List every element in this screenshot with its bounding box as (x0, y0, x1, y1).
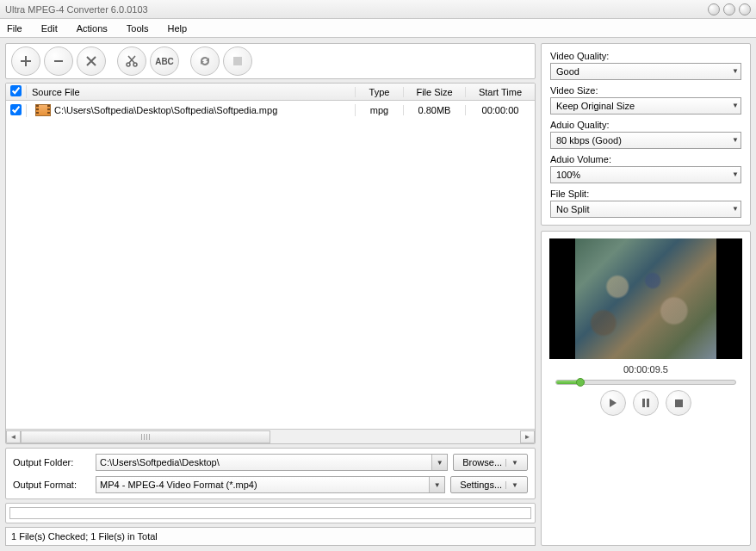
settings-button[interactable]: Settings...▼ (450, 476, 528, 493)
audio-quality-label: Aduio Quality: (550, 120, 741, 130)
row-size: 0.80MB (404, 105, 466, 115)
header-source[interactable]: Source File (27, 87, 356, 97)
plus-icon (20, 55, 32, 67)
svg-point-1 (127, 63, 130, 66)
output-format-combo[interactable]: MP4 - MPEG-4 Video Format (*.mp4) ▼ (96, 476, 445, 493)
minus-icon (53, 55, 65, 67)
menu-edit[interactable]: Edit (41, 23, 58, 34)
row-path: C:\Users\Softpedia\Desktop\Softpedia\Sof… (54, 105, 277, 115)
toolbar: ABC (5, 43, 536, 79)
menu-file[interactable]: File (7, 23, 22, 34)
chevron-down-icon[interactable]: ▼ (732, 205, 739, 213)
maximize-button[interactable] (723, 3, 735, 15)
svg-rect-0 (54, 60, 63, 62)
chevron-down-icon[interactable]: ▼ (431, 455, 447, 470)
refresh-icon (198, 54, 212, 68)
add-button[interactable] (11, 46, 40, 76)
settings-panel: Video Quality: Good▼ Video Size: Keep Or… (541, 43, 751, 226)
stop-icon (675, 399, 683, 407)
chevron-down-icon[interactable]: ▼ (732, 102, 739, 109)
video-preview[interactable] (549, 238, 742, 359)
audio-volume-label: Aduio Volume: (550, 154, 741, 164)
chevron-down-icon[interactable]: ▼ (505, 459, 518, 467)
menu-help[interactable]: Help (167, 23, 187, 34)
window-buttons (708, 3, 751, 15)
titlebar: Ultra MPEG-4 Converter 6.0.0103 (0, 0, 756, 19)
close-button[interactable] (739, 3, 751, 15)
chevron-down-icon[interactable]: ▼ (429, 477, 444, 492)
check-all[interactable] (10, 85, 22, 96)
video-size-select[interactable]: Keep Original Size▼ (550, 97, 741, 115)
scroll-right-icon[interactable]: ► (520, 430, 535, 443)
stop-icon (233, 57, 242, 65)
clear-button[interactable] (77, 46, 106, 76)
menubar: File Edit Actions Tools Help (0, 19, 756, 38)
scissors-icon (125, 54, 139, 68)
convert-button[interactable] (190, 46, 220, 76)
status-text: 1 File(s) Checked; 1 File(s) in Total (11, 531, 158, 542)
rename-button[interactable]: ABC (150, 46, 179, 76)
progress-bar (9, 507, 531, 519)
header-size[interactable]: File Size (404, 87, 466, 97)
audio-quality-select[interactable]: 80 kbps (Good)▼ (550, 132, 741, 149)
svg-point-2 (133, 63, 137, 66)
chevron-down-icon[interactable]: ▼ (732, 170, 739, 178)
window-title: Ultra MPEG-4 Converter 6.0.0103 (5, 4, 708, 15)
x-icon (86, 56, 96, 66)
play-icon (609, 399, 617, 407)
video-size-label: Video Size: (550, 85, 741, 96)
stop-preview-button[interactable] (666, 390, 691, 416)
file-split-label: File Split: (550, 189, 741, 199)
file-split-select[interactable]: No Split▼ (550, 201, 741, 218)
video-quality-label: Video Quality: (550, 51, 741, 61)
video-frame-image (575, 238, 716, 359)
seek-fill (556, 381, 578, 384)
play-button[interactable] (600, 390, 626, 416)
menu-actions[interactable]: Actions (77, 23, 108, 34)
scroll-thumb[interactable] (21, 430, 270, 443)
header-start[interactable]: Start Time (466, 87, 535, 97)
row-start: 00:00:00 (466, 105, 535, 115)
scroll-left-icon[interactable]: ◄ (6, 430, 21, 443)
h-scrollbar[interactable]: ◄ ► (6, 429, 535, 443)
film-icon (35, 104, 51, 116)
status-bar: 1 File(s) Checked; 1 File(s) in Total (5, 527, 536, 546)
svg-rect-4 (642, 399, 645, 407)
preview-panel: 00:00:09.5 (541, 231, 751, 546)
browse-button[interactable]: Browse...▼ (453, 454, 528, 471)
chevron-down-icon[interactable]: ▼ (732, 136, 739, 144)
svg-rect-6 (675, 399, 683, 407)
preview-controls (600, 390, 691, 416)
header-check[interactable] (6, 85, 27, 98)
output-format-value: MP4 - MPEG-4 Video Format (*.mp4) (100, 480, 257, 490)
row-type: mpg (356, 105, 404, 115)
table-row[interactable]: C:\Users\Softpedia\Desktop\Softpedia\Sof… (6, 101, 535, 120)
timecode: 00:00:09.5 (623, 364, 668, 375)
output-folder-label: Output Folder: (13, 457, 90, 467)
seek-slider[interactable] (555, 380, 736, 385)
progress-panel (5, 503, 536, 523)
output-folder-value: C:\Users\Softpedia\Desktop\ (100, 457, 220, 467)
output-panel: Output Folder: C:\Users\Softpedia\Deskto… (5, 448, 536, 499)
stop-button[interactable] (223, 46, 252, 76)
svg-rect-3 (233, 57, 242, 65)
seek-knob[interactable] (576, 378, 585, 387)
menu-tools[interactable]: Tools (127, 23, 149, 34)
row-check[interactable] (10, 104, 22, 115)
cut-button[interactable] (117, 46, 146, 76)
remove-button[interactable] (44, 46, 73, 76)
header-type[interactable]: Type (356, 87, 404, 97)
pause-button[interactable] (633, 390, 659, 416)
file-list: Source File Type File Size Start Time C:… (5, 83, 536, 444)
audio-volume-select[interactable]: 100%▼ (550, 166, 741, 183)
output-folder-combo[interactable]: C:\Users\Softpedia\Desktop\ ▼ (96, 454, 448, 471)
minimize-button[interactable] (708, 3, 720, 15)
output-format-label: Output Format: (13, 480, 90, 490)
svg-rect-5 (647, 399, 649, 407)
pause-icon (641, 399, 650, 407)
list-header: Source File Type File Size Start Time (6, 84, 535, 101)
video-quality-select[interactable]: Good▼ (550, 63, 741, 80)
chevron-down-icon[interactable]: ▼ (505, 481, 518, 489)
chevron-down-icon[interactable]: ▼ (732, 67, 739, 75)
